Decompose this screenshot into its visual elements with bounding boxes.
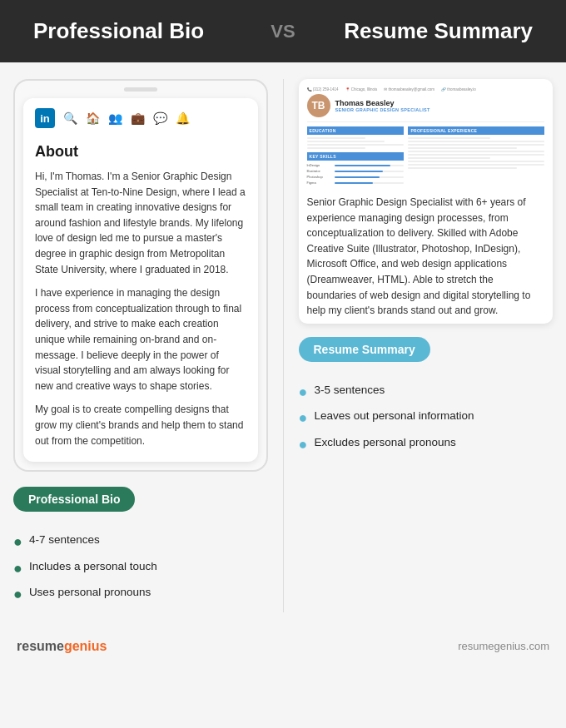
exp-line-9 — [408, 164, 544, 166]
exp-line-2 — [408, 141, 544, 142]
left-bullet-3: ● Uses personal pronouns — [13, 586, 268, 604]
skill-bar-fill-indesign — [335, 165, 390, 166]
linkedin-nav-icons: 🔍 🏠 👥 💼 💬 🔔 — [63, 111, 190, 125]
edu-line-1 — [307, 137, 365, 139]
header-vs: VS — [254, 21, 311, 42]
skill-label-figma: Figma — [307, 181, 332, 185]
brand-genius: genius — [64, 639, 107, 653]
footer-url: resumegenius.com — [458, 640, 549, 652]
contact-email: ✉ thomasbeasley@gmail.com — [384, 87, 434, 92]
about-paragraph-2: I have experience in managing the design… — [35, 285, 246, 394]
edu-line-4 — [307, 147, 365, 149]
exp-line-5 — [408, 151, 544, 152]
exp-line-8 — [408, 161, 544, 162]
main-content: in 🔍 🏠 👥 💼 💬 🔔 About Hi, I'm Thomas. I'm… — [0, 62, 566, 629]
skill-label-illustrator: Illustrator — [307, 169, 332, 173]
skills-section: KEY SKILLS InDesign Illustrator — [307, 152, 405, 185]
linkedin-phone-frame: in 🔍 🏠 👥 💼 💬 🔔 About Hi, I'm Thomas. I'm… — [13, 79, 268, 472]
skill-bar-fill-illustrator — [335, 171, 384, 172]
skill-bar-bg-photoshop — [335, 176, 405, 178]
exp-line-4 — [408, 147, 517, 149]
skill-label-photoshop: Photoshop — [307, 175, 332, 179]
left-label-tag: Professional Bio — [13, 487, 268, 512]
linkedin-topbar: in 🔍 🏠 👥 💼 💬 🔔 — [35, 108, 246, 135]
resume-contact-bar: 📞 (312) 259-1414 📍 Chicago, Illinois ✉ t… — [307, 87, 545, 92]
contact-location: 📍 Chicago, Illinois — [345, 87, 378, 92]
experience-section-title: PROFESSIONAL EXPERIENCE — [408, 126, 544, 135]
bullet-dot-green-1: ● — [13, 533, 22, 552]
resume-card: 📞 (312) 259-1414 📍 Chicago, Illinois ✉ t… — [299, 79, 554, 324]
bullet-dot-green-2: ● — [13, 560, 22, 578]
resume-avatar: TB — [307, 94, 330, 117]
skill-figma: Figma — [307, 181, 405, 185]
resume-header: TB Thomas Beasley SENIOR GRAPHIC DESIGN … — [307, 94, 545, 122]
resume-body: EDUCATION KEY SKILLS InDesign — [307, 126, 545, 186]
briefcase-icon: 💼 — [131, 111, 145, 125]
header-right-title: Resume Summary — [312, 18, 533, 44]
left-bullet-list: ● 4-7 sentences ● Includes a personal to… — [13, 533, 268, 612]
skill-bar-fill-photoshop — [335, 176, 380, 178]
right-bullet-list: ● 3-5 sentences ● Leaves out personal in… — [299, 384, 554, 463]
professional-bio-tag: Professional Bio — [13, 487, 135, 512]
right-bullet-2-text: Leaves out personal information — [314, 409, 474, 422]
skill-bar-bg-indesign — [335, 165, 405, 166]
about-heading: About — [35, 143, 246, 161]
bell-icon: 🔔 — [176, 111, 190, 125]
about-paragraph-1: Hi, I'm Thomas. I'm a Senior Graphic Des… — [35, 169, 246, 277]
left-bullet-2: ● Includes a personal touch — [13, 560, 268, 578]
about-text-content: Hi, I'm Thomas. I'm a Senior Graphic Des… — [35, 169, 246, 448]
bullet-dot-blue-1: ● — [299, 384, 308, 402]
skill-bar-bg-illustrator — [335, 171, 405, 172]
bullet-dot-green-3: ● — [13, 586, 22, 604]
skills-section-title: KEY SKILLS — [307, 152, 405, 161]
skill-indesign: InDesign — [307, 163, 405, 167]
search-icon: 🔍 — [63, 111, 77, 125]
bullet-dot-blue-3: ● — [299, 436, 308, 454]
chat-icon: 💬 — [153, 111, 167, 125]
right-bullet-1: ● 3-5 sentences — [299, 384, 554, 402]
footer: resumegenius resumegenius.com — [0, 629, 566, 667]
linkedin-logo-icon: in — [35, 108, 55, 128]
home-icon: 🏠 — [86, 111, 100, 125]
right-bullet-2: ● Leaves out personal information — [299, 409, 554, 428]
skill-label-indesign: InDesign — [307, 163, 332, 167]
contact-phone: 📞 (312) 259-1414 — [307, 87, 339, 92]
left-bullet-1-text: 4-7 sentences — [29, 533, 100, 546]
column-divider — [283, 79, 284, 612]
resume-summary-text: Senior Graphic Design Specialist with 6+… — [307, 195, 545, 319]
skill-bar-fill-figma — [335, 182, 373, 184]
header: Professional Bio VS Resume Summary — [0, 0, 566, 62]
right-column: 📞 (312) 259-1414 📍 Chicago, Illinois ✉ t… — [299, 79, 554, 612]
skill-photoshop: Photoshop — [307, 175, 405, 179]
edu-line-3 — [307, 144, 405, 146]
resume-name: Thomas Beasley — [335, 99, 430, 108]
exp-line-3 — [408, 144, 544, 146]
resume-summary-tag: Resume Summary — [299, 337, 430, 362]
left-bullet-2-text: Includes a personal touch — [29, 560, 157, 572]
contact-website: 🔗 thomasbeasley.io — [441, 87, 476, 92]
skill-bar-bg-figma — [335, 182, 405, 184]
resume-body-left: EDUCATION KEY SKILLS InDesign — [307, 126, 405, 186]
edu-line-2 — [307, 141, 385, 142]
exp-line-7 — [408, 157, 489, 159]
about-paragraph-3: My goal is to create compelling designs … — [35, 402, 246, 448]
education-section-title: EDUCATION — [307, 126, 405, 135]
exp-line-1 — [408, 137, 489, 139]
header-left-title: Professional Bio — [33, 18, 254, 44]
left-column: in 🔍 🏠 👥 💼 💬 🔔 About Hi, I'm Thomas. I'm… — [13, 79, 268, 612]
resume-preview: 📞 (312) 259-1414 📍 Chicago, Illinois ✉ t… — [307, 87, 545, 186]
linkedin-card: in 🔍 🏠 👥 💼 💬 🔔 About Hi, I'm Thomas. I'm… — [23, 98, 258, 462]
skill-illustrator: Illustrator — [307, 169, 405, 173]
left-bullet-1: ● 4-7 sentences — [13, 533, 268, 552]
footer-brand: resumegenius — [17, 639, 107, 654]
people-icon: 👥 — [108, 111, 122, 125]
phone-notch — [124, 87, 157, 92]
brand-resume: resume — [17, 639, 64, 653]
left-bullet-3-text: Uses personal pronouns — [29, 586, 151, 598]
right-bullet-3-text: Excludes personal pronouns — [314, 436, 455, 448]
exp-line-6 — [408, 154, 544, 156]
right-bullet-3: ● Excludes personal pronouns — [299, 436, 554, 454]
resume-name-block: Thomas Beasley SENIOR GRAPHIC DESIGN SPE… — [335, 99, 430, 113]
exp-line-10 — [408, 167, 517, 169]
resume-job-title: SENIOR GRAPHIC DESIGN SPECIALIST — [335, 107, 430, 112]
